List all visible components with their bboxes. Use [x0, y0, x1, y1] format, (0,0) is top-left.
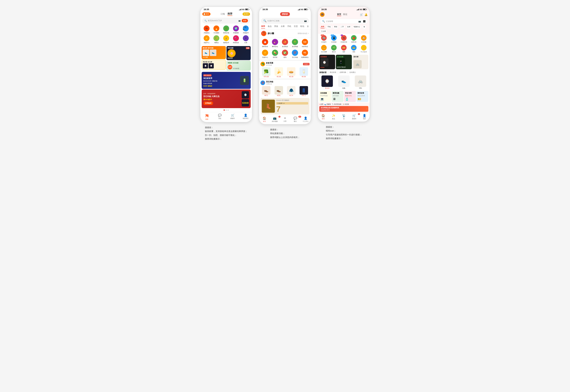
jd-student-item[interactable]: 学生专享 低至9.9元 🧴: [344, 91, 356, 102]
jd-message-icon[interactable]: 🔔: [364, 13, 368, 16]
maicai-product-4[interactable]: 🥛 ¥9.99: [298, 67, 310, 78]
jd-edu-item[interactable]: 教育优惠 专享直播 🖥: [332, 91, 343, 102]
member-button[interactable]: 会员码: [242, 13, 250, 16]
taobao-icon-xianda[interactable]: 🌾 淘鲜达: [212, 35, 221, 44]
jd-camera-icon[interactable]: 📷: [358, 20, 361, 23]
jd-xinpin-label[interactable]: 新品首发: [330, 71, 336, 73]
jd-tag-shi[interactable]: 食: [362, 25, 366, 28]
jd-discover-product-2[interactable]: 👟 凤凰: [336, 75, 352, 89]
maicai-product-1[interactable]: 🥦 ¥79.99: [260, 67, 272, 78]
baiyi-product-3[interactable]: 🧥 ¥174: [285, 86, 297, 96]
taobao-live-banner[interactable]: 淘宝直播 直播 🌸 悠悠花房: [227, 46, 251, 60]
jd-miaosha-banner[interactable]: 京东秒杀 ⌚ ¥4699: [319, 55, 335, 69]
jd-icon-jieqian[interactable]: 💳 借钱: [349, 45, 359, 53]
jd-nav-cart[interactable]: 🛒 4 购物车: [349, 114, 359, 120]
pdd-tab-tuijian[interactable]: 推荐: [261, 25, 265, 29]
jd-icon-shenghuo[interactable]: 💰 生活·缴费: [319, 45, 329, 53]
pdd-icon-yiyao[interactable]: 💊 医药馆: [270, 50, 280, 58]
jd-coupon-item[interactable]: 限时好券 领全品类券 🎫: [356, 91, 368, 102]
taobao-search-button[interactable]: 搜索: [242, 19, 248, 22]
jd-tag-ershou[interactable]: 二手: [340, 25, 345, 28]
taobao-icon-baba[interactable]: 🌿 芭芭农场: [221, 26, 231, 34]
taobao-nav-my[interactable]: 👤 我的淘宝: [239, 113, 252, 120]
pdd-nav-video[interactable]: 📺 1 多多视频: [270, 116, 280, 123]
jd-tag-diannao[interactable]: 电脑办公: [353, 25, 361, 28]
trend-tag-wangyuanjing[interactable]: 🔭 高倍望远镜: [332, 103, 341, 105]
jd-pinpai-label[interactable]: 品牌闪购: [340, 71, 346, 73]
pdd-icon-chongzhi2[interactable]: ⚡ 充值中心: [260, 50, 270, 58]
pdd-coach-banner[interactable]: 👢 COACH 官方旗舰店 入选品牌: 10 7: [260, 98, 310, 114]
jd-campus-item-1[interactable]: 京东校园 学生季优惠 💻: [319, 91, 331, 102]
pdd-icon-qiandao[interactable]: ✅ 签到: [280, 50, 290, 58]
taobao-icon-paimai[interactable]: 🔨 阿里拍卖: [231, 35, 241, 44]
buy-button[interactable]: 立即购买: [203, 101, 213, 105]
jd-paihang-banner[interactable]: 排行榜 🚲: [353, 55, 368, 69]
taobao-icon-tianmao[interactable]: 🛍 天猫新品: [202, 26, 212, 34]
trend-tag-paobu[interactable]: 🏃 赤足跑: [342, 103, 349, 105]
taocaicai-banner[interactable]: 淘菜菜 次日自提 免费 天天领鸡蛋: [227, 61, 251, 70]
jd-tag-tuijian[interactable]: 推荐: [320, 25, 325, 28]
taobao-icon-fenlei[interactable]: ≡ 分类: [241, 35, 251, 44]
taobao-nav-dingyu[interactable]: 订阅: [221, 13, 225, 15]
jd-tag-shouji[interactable]: 手机: [327, 25, 332, 28]
pdd-pinxiaoquan[interactable]: 🍎 拼小圈 查看好友动态 >: [259, 29, 311, 38]
taobao-search-bar[interactable]: 🔍 耐克dunk木乃伊 📷 搜索: [202, 18, 250, 24]
baiyi-product-4[interactable]: 👖 ¥94.3: [298, 86, 310, 96]
jd-yundong-label[interactable]: 运动潮人: [349, 71, 356, 73]
pdd-circle-sub[interactable]: 查看好友动态 >: [298, 32, 309, 35]
pdd-nav-home[interactable]: 🏠 首页: [259, 116, 270, 123]
jd-discover-product-3[interactable]: 🚲 Nike: [353, 75, 368, 89]
pdd-search-bar[interactable]: 🔍 红翼875工装靴 📷: [261, 18, 309, 24]
jd-nav-zhi[interactable]: 📡 直: [339, 114, 349, 120]
pdd-icon-free[interactable]: 0元 免费领商品: [300, 50, 310, 58]
jd-cart-icon[interactable]: 🛒: [360, 13, 363, 16]
taobao-nav-home[interactable]: 淘 逛逛: [200, 113, 213, 120]
pdd-tab-more[interactable]: 女: [307, 25, 309, 29]
jd-tag-shengxian[interactable]: 生鲜: [346, 25, 351, 28]
jd-nav-home[interactable]: 🏠 首页: [318, 114, 328, 120]
jd-search-bar[interactable]: 🔍 过滤烟嘴 📷 ⬛: [320, 19, 368, 24]
jd-nav-my[interactable]: 👤 我的: [359, 114, 370, 120]
pdd-icon-guoyuan[interactable]: 🍀 多多果园: [290, 39, 300, 48]
pdd-tab-nanzhuang[interactable]: 男装: [274, 25, 278, 29]
taobao-main-banner[interactable]: 新年 欢欢日 淘宝家装季 抢2000元券 宝藏好物 装修实用指南 ¥228 省钱…: [202, 72, 251, 89]
sign-button[interactable]: 📝 签到: [202, 13, 211, 16]
baiyi-product-1[interactable]: 👞 ¥671: [260, 86, 272, 96]
jd-nav-home[interactable]: 首页: [337, 13, 341, 16]
jd-icon-plus[interactable]: 👑 PLUS会员: [359, 45, 369, 53]
jd-icon-quan[interactable]: 🎫 领券: [339, 45, 349, 53]
taobao-nav-message[interactable]: 💬 消息: [213, 113, 226, 120]
jd-tag-san[interactable]: 三分类: [320, 30, 327, 33]
maicai-product-2[interactable]: 🍌 ¥9.99: [273, 67, 285, 78]
pdd-tab-xiebao[interactable]: 鞋包: [300, 25, 304, 29]
taobao-nav-cart[interactable]: 🛒 购物车: [226, 113, 239, 120]
pdd-tab-shipin[interactable]: 食品: [268, 25, 271, 29]
pdd-icon-miaosha[interactable]: ⏰ 限时秒杀: [260, 39, 270, 48]
trend-tag-rongxie[interactable]: 👟 溶解鞋: [324, 103, 331, 105]
jd-tag-nanxie[interactable]: 男鞋: [333, 25, 338, 28]
pdd-icon-jiukuai[interactable]: 9.9 9块9特卖: [300, 39, 310, 48]
taobao-icon-jinri[interactable]: 🔥 今日爆款: [212, 26, 221, 34]
pdd-icon-jing[interactable]: ✨ 多多精灵: [280, 39, 290, 48]
jd-icon-jingdou[interactable]: 🌱 领京豆: [329, 45, 339, 53]
pdd-icon-duanma[interactable]: 🧹 断码清仓: [270, 39, 280, 48]
pdd-camera-icon[interactable]: 📷: [304, 20, 307, 22]
pdd-tab-baihuo[interactable]: 百货: [294, 25, 298, 29]
baiyi-product-2[interactable]: 👞 ¥281: [273, 86, 285, 96]
pdd-nav-chat[interactable]: 💬 44 聊天: [290, 116, 300, 123]
taobao-icon-gold[interactable]: 💰 领淘金币: [221, 35, 231, 44]
taobao-nav-tuijian[interactable]: 推荐: [228, 12, 232, 16]
taobao-icon-super[interactable]: 下载三楼 天猫超市: [241, 26, 251, 34]
taobao-icon-guoji[interactable]: 🌍 天猫国际: [231, 26, 241, 34]
jd-zhibo-banner[interactable]: 京东直播 📱 ¥4558 预估价: [336, 55, 352, 69]
jd-nav-nearby[interactable]: 附近: [343, 13, 347, 16]
jd-bottom-promo[interactable]: 京东男鞋会场·玩转新时尚 任选2双199元 ›: [319, 106, 368, 112]
pdd-nav-profile[interactable]: 👤 个人中心: [300, 116, 311, 123]
jd-icon-daojia[interactable]: 🏠 京东到家: [359, 35, 369, 43]
taobao-icon-chongzhi[interactable]: ⚡ 充值中心: [202, 35, 212, 44]
taobao-red-banner[interactable]: 全球一 秋意盎然秋秋 百亿补贴 大牌正品 满300减30 立即购买 ⌚ ¥284…: [202, 89, 251, 108]
jd-icon-xin-baihuo[interactable]: 🛍 京 京东新百货: [339, 35, 349, 43]
pdd-tab-shouji[interactable]: 手机: [287, 25, 291, 29]
jd-icon-chushi[interactable]: 🏬 超市 京东超市: [319, 35, 329, 43]
jd-discover-product-1[interactable]: ⌚ 新运动: [319, 75, 335, 89]
